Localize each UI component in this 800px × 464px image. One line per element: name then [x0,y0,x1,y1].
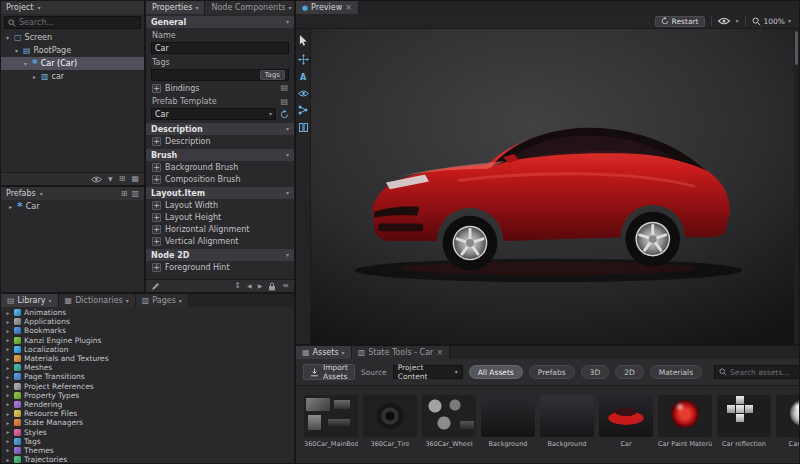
asset-thumbnail[interactable] [599,395,653,437]
close-icon[interactable]: × [345,4,352,12]
template-sheet-icon[interactable]: ▤ [280,98,288,106]
chevron-down-icon[interactable]: ▾ [195,5,198,11]
add-horizontal-alignment-row[interactable]: + Horizontal Alignment [146,223,294,235]
chevron-down-icon[interactable]: ▾ [22,60,29,67]
filter-icon[interactable]: ▼ [108,176,113,182]
asset-thumbnail[interactable] [717,395,771,437]
section-description[interactable]: Description ▾ [146,123,294,135]
library-item[interactable]: ▸Kanzi Engine Plugins [1,336,294,345]
tags-button[interactable]: Tags [260,70,286,80]
asset-thumbnail[interactable] [304,395,358,437]
chevron-down-icon[interactable]: ▾ [289,5,292,11]
library-item[interactable]: ▸Trajectories [1,455,294,463]
library-item[interactable]: ▸Applications [1,317,294,326]
next-icon[interactable]: ▶ [258,283,263,289]
bindings-list-icon[interactable]: ▤ [280,84,288,92]
eye-tool-icon[interactable] [298,90,309,97]
asset-thumbnail[interactable] [422,395,476,437]
filter-materials[interactable]: Materials [650,365,702,379]
chevron-right-icon[interactable]: ▸ [31,73,38,80]
chevron-down-icon[interactable]: ▾ [40,191,43,197]
tab-assets[interactable]: ▦ Assets ▾ [296,346,352,359]
section-layout-item[interactable]: Layout.Item ▾ [146,187,294,199]
project-panel-header[interactable]: Project ▾ [1,1,144,14]
asset-item[interactable]: 360Car_Wheel [422,395,476,463]
asset-item[interactable]: Car [599,395,653,463]
library-item[interactable]: ▸Project References [1,382,294,391]
library-item[interactable]: ▸Page Transitions [1,372,294,381]
asset-item[interactable]: 360Car_Tire [363,395,417,463]
plus-icon[interactable]: + [152,213,161,222]
tab-library[interactable]: ▤ Library ▾ [1,294,59,307]
library-item[interactable]: ▸Materials and Textures [1,354,294,363]
pan-move-icon[interactable] [298,54,309,65]
asset-thumbnail[interactable] [658,395,712,437]
chevron-down-icon[interactable]: ▾ [286,152,289,158]
edit-pen-icon[interactable] [151,282,160,291]
project-search-input[interactable] [19,18,137,27]
add-description-row[interactable]: + Description [146,135,294,147]
library-item[interactable]: ▸Themes [1,446,294,455]
section-general[interactable]: General ▾ [146,16,294,28]
chevron-down-icon[interactable]: ▾ [736,18,739,24]
chevron-right-icon[interactable]: ▸ [5,328,11,334]
filter-all-assets[interactable]: All Assets [469,365,523,379]
asset-item[interactable]: Background [540,395,594,463]
tags-input[interactable] [155,71,260,80]
plus-icon[interactable]: + [152,237,161,246]
preview-scrollbar[interactable] [794,29,799,344]
tab-state-tools[interactable]: ▥ State Tools - Car × [352,346,450,359]
chevron-right-icon[interactable]: ▸ [5,401,11,407]
plus-icon[interactable]: + [152,84,161,93]
chevron-down-icon[interactable]: ▾ [126,298,129,304]
chevron-right-icon[interactable]: ▸ [5,447,11,453]
filter-3d[interactable]: 3D [581,365,610,379]
tree-item-car-group[interactable]: ▸ ▥ car [1,70,144,83]
tab-dictionaries[interactable]: ▦ Dictionaries ▾ [59,294,136,307]
refresh-icon[interactable] [280,110,289,119]
chevron-down-icon[interactable]: ▾ [286,190,289,196]
library-item[interactable]: ▸Animations [1,308,294,317]
library-item[interactable]: ▸Resource Files [1,409,294,418]
plus-icon[interactable]: + [152,137,161,146]
asset-item[interactable]: CarBlack [776,395,799,463]
chevron-right-icon[interactable]: ▸ [5,438,11,444]
plus-icon[interactable]: + [152,175,161,184]
prefabs-panel-header[interactable]: Prefabs ▾ ⊞ ▥ [1,187,144,200]
library-item[interactable]: ▸Styles [1,427,294,436]
library-item[interactable]: ▸Bookmarks [1,326,294,335]
plus-icon[interactable]: + [152,263,161,272]
asset-thumbnail[interactable] [481,395,535,437]
add-bindings-row[interactable]: + Bindings ▤ [146,82,294,94]
asset-thumbnail[interactable] [776,395,799,437]
add-layout-height-row[interactable]: + Layout Height [146,211,294,223]
source-dropdown[interactable]: Project Content ▾ [393,365,463,379]
zoom-control[interactable]: 100% ▾ [752,17,791,26]
split-columns-icon[interactable] [299,123,308,132]
text-tool-icon[interactable]: A [300,73,306,82]
visibility-eye-icon[interactable] [718,17,730,25]
node-connections-icon[interactable] [298,105,308,115]
chevron-down-icon[interactable]: ▾ [179,298,182,304]
tab-pages[interactable]: ▥ Pages ▾ [136,294,189,307]
library-item[interactable]: ▸Meshes [1,363,294,372]
name-field[interactable] [151,42,289,54]
library-item[interactable]: ▸Localization [1,345,294,354]
chevron-right-icon[interactable]: ▸ [5,429,11,435]
tab-preview[interactable]: ● Preview × [296,1,359,14]
lock-icon[interactable] [268,282,276,291]
chevron-right-icon[interactable]: ▸ [5,356,11,362]
preview-viewport[interactable] [311,29,799,344]
plus-icon[interactable]: + [152,201,161,210]
assets-search[interactable]: ▾ [714,365,800,379]
list-view-icon[interactable]: ▥ [131,190,139,198]
chevron-right-icon[interactable]: ▸ [5,374,11,380]
checker-view-icon[interactable]: ▦ [131,175,139,183]
chevron-right-icon[interactable]: ▸ [5,420,11,426]
chevron-right-icon[interactable]: ▸ [5,457,11,463]
assets-search-input[interactable] [730,368,800,377]
add-layout-width-row[interactable]: + Layout Width [146,199,294,211]
grid-view-icon[interactable]: ⊞ [119,175,126,183]
section-node-2d[interactable]: Node 2D ▾ [146,249,294,261]
chevron-right-icon[interactable]: ▸ [5,337,11,343]
